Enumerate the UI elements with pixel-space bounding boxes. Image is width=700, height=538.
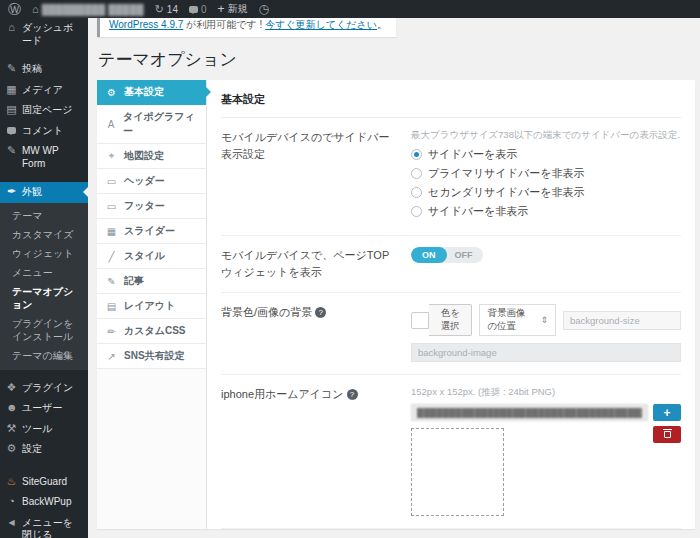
tab-label: スタイル bbox=[124, 249, 165, 263]
home-icon: ⌂ bbox=[32, 4, 39, 15]
tab-typography[interactable]: A タイポグラフィー bbox=[97, 105, 206, 144]
wp-logo-menu[interactable]: Ⓦ bbox=[8, 3, 21, 16]
row-label: iphone用ホームアイコン? bbox=[221, 386, 411, 516]
tab-label: フッター bbox=[124, 199, 165, 213]
tab-style[interactable]: ╱ スタイル bbox=[97, 244, 206, 269]
siteguard-bar-item[interactable]: ◷ bbox=[259, 3, 269, 15]
add-image-button[interactable]: + bbox=[653, 404, 681, 421]
submenu-item-themes[interactable]: テーマ bbox=[0, 206, 88, 225]
tab-label: レイアウト bbox=[124, 299, 175, 313]
wordpress-version-link[interactable]: WordPress 4.9.7 bbox=[109, 19, 183, 30]
main-content: WordPress 4.9.7 が利用可能です ! 今すぐ更新してください。 テ… bbox=[88, 0, 700, 529]
sidebar-item-pages[interactable]: ▤ 固定ページ bbox=[0, 100, 88, 121]
tab-header[interactable]: ▭ ヘッダー bbox=[97, 169, 206, 194]
settings-icon: ⚙ bbox=[6, 443, 17, 454]
row-pagetop-widget: モバイルデバイスで、ページTOPウィジェットを表示 ON OFF bbox=[221, 236, 681, 293]
appearance-submenu: テーマ カスタマイズ ウィジェット メニュー テーマオプション プラグインをイン… bbox=[0, 203, 88, 370]
sidebar-item-label: メディア bbox=[22, 84, 63, 97]
sidebar-item-siteguard[interactable]: ♨ SiteGuard bbox=[0, 472, 88, 493]
tab-articles[interactable]: ✎ 記事 bbox=[97, 269, 206, 294]
color-swatch[interactable] bbox=[411, 312, 429, 329]
select-color-button[interactable]: 色を選択 bbox=[429, 304, 472, 336]
sidebar-item-label: ツール bbox=[22, 423, 52, 436]
tab-footer[interactable]: ▭ フッター bbox=[97, 194, 206, 219]
gears-icon: ⚙ bbox=[106, 87, 117, 98]
pushpin-icon: ✎ bbox=[6, 63, 17, 74]
sidebar-item-plugins[interactable]: ❖ プラグイン bbox=[0, 378, 88, 399]
updates-count: 14 bbox=[167, 4, 178, 15]
sidebar-item-posts[interactable]: ✎ 投稿 bbox=[0, 59, 88, 80]
radio-hide-primary-sidebar[interactable]: プライマリサイドバーを非表示 bbox=[411, 166, 681, 181]
toggle-off-segment: OFF bbox=[447, 247, 483, 263]
iphone-icon-preview-box bbox=[411, 428, 504, 516]
collapse-menu-button[interactable]: ◀ メニューを閉じる bbox=[0, 513, 88, 538]
collapse-menu-label: メニューを閉じる bbox=[22, 517, 82, 538]
help-icon[interactable]: ? bbox=[347, 389, 358, 400]
sidebar-item-backwpup[interactable]: ◔ BackWPup bbox=[0, 492, 88, 513]
update-now-link[interactable]: 今すぐ更新してください bbox=[265, 19, 377, 30]
pagetop-toggle[interactable]: ON OFF bbox=[411, 247, 483, 263]
help-icon[interactable]: ? bbox=[315, 307, 326, 318]
admin-bar: Ⓦ ⌂ █████████ █████ ↻ 14 0 + 新規 ◷ bbox=[0, 0, 700, 18]
background-image-input[interactable] bbox=[411, 343, 681, 362]
submenu-item-customize[interactable]: カスタマイズ bbox=[0, 225, 88, 244]
tab-sns-share[interactable]: ↗ SNS共有設定 bbox=[97, 344, 206, 369]
site-name-text: █████████ █████ bbox=[42, 4, 144, 15]
tab-custom-css[interactable]: ✏ カスタムCSS bbox=[97, 319, 206, 344]
submenu-item-editor[interactable]: テーマの編集 bbox=[0, 346, 88, 365]
sidebar-item-tools[interactable]: ⚒ ツール bbox=[0, 419, 88, 440]
radio-show-sidebar[interactable]: サイドバーを表示 bbox=[411, 147, 681, 162]
radio-hide-secondary-sidebar[interactable]: セカンダリサイドバーを非表示 bbox=[411, 185, 681, 200]
new-content-menu[interactable]: + 新規 bbox=[218, 2, 248, 16]
image-icon: ▦ bbox=[106, 226, 117, 237]
tab-layout[interactable]: ▤ レイアウト bbox=[97, 294, 206, 319]
sidebar-item-label: ユーザー bbox=[22, 402, 62, 415]
sidebar-item-label: SiteGuard bbox=[22, 476, 67, 489]
sidebar-item-settings[interactable]: ⚙ 設定 bbox=[0, 439, 88, 460]
radio-button bbox=[411, 168, 422, 179]
tools-icon: ⚒ bbox=[6, 423, 17, 434]
pushpin-icon: ✎ bbox=[6, 145, 17, 156]
comments-indicator[interactable]: 0 bbox=[189, 4, 207, 15]
submenu-item-install-plugins[interactable]: プラグインをインストール bbox=[0, 314, 88, 346]
radio-hide-sidebar[interactable]: サイドバーを非表示 bbox=[411, 204, 681, 219]
submenu-item-theme-options[interactable]: テーマオプション bbox=[0, 282, 88, 314]
tab-label: 基本設定 bbox=[124, 85, 164, 99]
submenu-item-menus[interactable]: メニュー bbox=[0, 263, 88, 282]
trash-icon bbox=[664, 431, 671, 438]
monitor-icon: ▭ bbox=[106, 176, 117, 187]
delete-image-button[interactable] bbox=[653, 426, 681, 443]
sidebar-item-appearance[interactable]: ✒ 外観 bbox=[0, 182, 88, 203]
updates-indicator[interactable]: ↻ 14 bbox=[155, 4, 178, 15]
radio-label: セカンダリサイドバーを非表示 bbox=[428, 185, 585, 200]
tab-basic-settings[interactable]: ⚙ 基本設定 bbox=[97, 80, 206, 105]
submenu-item-widgets[interactable]: ウィジェット bbox=[0, 244, 88, 263]
tab-label: ヘッダー bbox=[124, 174, 165, 188]
select-arrows-icon: ⇕ bbox=[540, 315, 548, 325]
map-marker-icon: ⌖ bbox=[106, 150, 117, 162]
section-heading: 基本設定 bbox=[221, 92, 681, 118]
site-name-link[interactable]: ⌂ █████████ █████ bbox=[32, 4, 144, 15]
options-tab-list: ⚙ 基本設定 A タイポグラフィー ⌖ 地図設定 ▭ ヘッダー ▭ フッター ▦… bbox=[97, 80, 207, 529]
theme-options-panel: ⚙ 基本設定 A タイポグラフィー ⌖ 地図設定 ▭ ヘッダー ▭ フッター ▦… bbox=[97, 80, 695, 529]
row-help-text: 152px x 152px. (推奨 : 24bit PNG) bbox=[411, 386, 681, 399]
tab-slider[interactable]: ▦ スライダー bbox=[97, 219, 206, 244]
tab-map-settings[interactable]: ⌖ 地図設定 bbox=[97, 144, 206, 169]
sidebar-item-dashboard[interactable]: ⌂ ダッシュボード bbox=[0, 18, 88, 51]
sidebar-item-media[interactable]: ▦ メディア bbox=[0, 80, 88, 101]
sidebar-item-comments[interactable]: コメント bbox=[0, 121, 88, 142]
select-value: 背景画像の位置 bbox=[487, 307, 532, 333]
sidebar-item-mw-wp-form[interactable]: ✎ MW WP Form bbox=[0, 141, 88, 174]
toggle-on-segment: ON bbox=[411, 247, 447, 263]
sidebar-item-label: 固定ページ bbox=[22, 104, 72, 117]
admin-menu: ⌂ ダッシュボード ✎ 投稿 ▦ メディア ▤ 固定ページ コメント ✎ MW … bbox=[0, 18, 88, 538]
background-position-select[interactable]: 背景画像の位置 ⇕ bbox=[479, 304, 556, 336]
row-label: 背景色/画像の背景? bbox=[221, 304, 411, 362]
sidebar-item-users[interactable]: ☻ ユーザー bbox=[0, 398, 88, 419]
row-help-text: 最大ブラウザサイズ738以下の端末でのサイドバーの表示設定. bbox=[411, 129, 681, 142]
radio-label: サイドバーを非表示 bbox=[428, 204, 528, 219]
row-background: 背景色/画像の背景? 色を選択 背景画像の位置 ⇕ bbox=[221, 293, 681, 375]
iphone-icon-url-input[interactable] bbox=[411, 404, 648, 421]
background-size-input[interactable] bbox=[563, 311, 681, 330]
tab-label: SNS共有設定 bbox=[124, 349, 185, 363]
